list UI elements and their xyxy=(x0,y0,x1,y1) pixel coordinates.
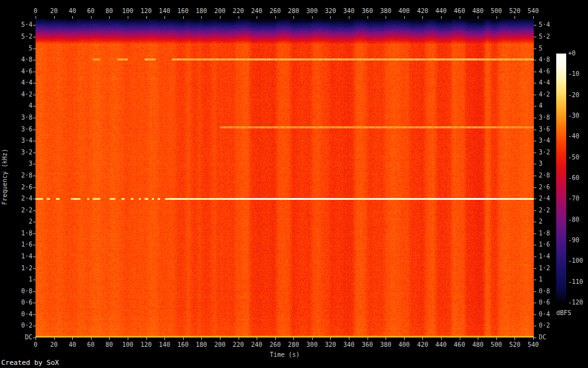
x-tick-bottom xyxy=(386,337,386,340)
colorbar-tick-label: -40 xyxy=(568,133,579,140)
y-tick-right xyxy=(534,25,536,26)
y-tick-label-right: 4·2 xyxy=(539,91,550,98)
y-tick-label-right: 4·8 xyxy=(539,56,550,64)
y-tick-left xyxy=(33,314,36,315)
y-tick-label-left: 4·4 xyxy=(0,79,32,87)
y-tick-left xyxy=(33,130,36,130)
x-tick-top xyxy=(478,16,478,19)
x-tick-top xyxy=(312,16,313,19)
y-tick-label-left: 1·2 xyxy=(0,265,32,272)
y-tick-left xyxy=(33,72,36,72)
x-tick-top xyxy=(330,16,331,19)
y-tick-right xyxy=(534,337,536,338)
y-tick-label-left: 0·4 xyxy=(0,311,32,318)
y-tick-left xyxy=(33,187,36,188)
y-tick-label-left: 1·6 xyxy=(0,241,32,248)
y-tick-right xyxy=(534,222,536,222)
y-tick-label-left: 5 xyxy=(0,45,32,52)
y-tick-left xyxy=(33,245,36,245)
y-tick-label-right: 3·6 xyxy=(539,126,550,133)
credit-text: Created by SoX xyxy=(1,359,59,367)
x-tick-top xyxy=(54,16,55,19)
colorbar-tick-label: -90 xyxy=(568,237,579,244)
x-tick-top xyxy=(257,16,257,19)
y-tick-label-right: 1 xyxy=(539,276,543,283)
x-tick-bottom xyxy=(164,337,165,340)
y-tick-right xyxy=(534,164,536,164)
colorbar-tick-label: -120 xyxy=(568,299,583,306)
y-tick-left xyxy=(33,291,36,292)
colorbar-tick-label: -50 xyxy=(568,154,579,161)
x-tick-bottom xyxy=(201,337,202,340)
x-tick-bottom xyxy=(460,337,460,340)
x-tick-top xyxy=(239,16,239,19)
y-tick-label-left: 2 xyxy=(0,218,32,225)
y-tick-right xyxy=(534,118,536,118)
y-tick-right xyxy=(534,83,536,83)
y-tick-left xyxy=(33,153,36,153)
y-tick-label-right: 2·8 xyxy=(539,172,550,179)
y-tick-label-left: 4 xyxy=(0,102,32,110)
y-tick-right xyxy=(534,245,536,245)
y-tick-left xyxy=(33,176,36,176)
y-tick-label-left: 4·2 xyxy=(0,91,32,98)
y-tick-label-right: 5·2 xyxy=(539,33,550,40)
y-tick-label-right: 4·4 xyxy=(539,79,550,87)
y-tick-left xyxy=(33,257,36,257)
y-tick-label-right: 3·4 xyxy=(539,137,550,144)
x-tick-bottom xyxy=(368,337,368,340)
x-tick-bottom xyxy=(293,337,294,340)
x-tick-bottom xyxy=(514,337,515,340)
x-tick-bottom xyxy=(275,337,276,340)
x-tick-top xyxy=(72,16,73,19)
y-tick-right xyxy=(534,187,536,188)
y-tick-left xyxy=(33,37,36,37)
y-tick-right xyxy=(534,291,536,292)
y-tick-right xyxy=(534,303,536,303)
y-tick-label-left: 1·4 xyxy=(0,253,32,260)
y-tick-label-left: 0·6 xyxy=(0,299,32,306)
colorbar-tick-label: -60 xyxy=(568,174,579,182)
x-tick-bottom xyxy=(349,337,349,340)
x-tick-bottom xyxy=(330,337,331,340)
x-tick-top xyxy=(404,16,405,19)
y-tick-label-left: 3·6 xyxy=(0,126,32,133)
y-tick-left xyxy=(33,141,36,141)
x-tick-top xyxy=(496,16,497,19)
y-tick-left xyxy=(33,199,36,199)
y-axis-title: Frequency (kHz) xyxy=(1,139,9,214)
y-tick-left xyxy=(33,83,36,83)
y-tick-right xyxy=(534,106,536,106)
y-tick-label-left: 1·8 xyxy=(0,230,32,237)
y-tick-label-right: 2 xyxy=(539,218,543,225)
y-tick-left xyxy=(33,210,36,211)
x-tick-top xyxy=(146,16,147,19)
x-tick-top xyxy=(368,16,368,19)
x-tick-bottom xyxy=(220,337,220,340)
spectrogram-heatmap xyxy=(36,19,534,337)
x-tick-top xyxy=(514,16,515,19)
x-tick-top xyxy=(349,16,349,19)
y-tick-right xyxy=(534,153,536,153)
y-tick-label-left: 4·6 xyxy=(0,68,32,75)
x-tick-top xyxy=(36,16,36,19)
colorbar-tick-label: -30 xyxy=(568,112,579,120)
y-tick-label-left: 0·8 xyxy=(0,288,32,295)
y-tick-right xyxy=(534,130,536,130)
colorbar-tick-label: -70 xyxy=(568,195,579,202)
x-tick-top xyxy=(275,16,276,19)
sox-spectrogram-image: 0020204040606080801001001201201401401601… xyxy=(0,0,588,368)
y-tick-left xyxy=(33,164,36,164)
y-tick-left xyxy=(33,60,36,60)
x-tick-top xyxy=(164,16,165,19)
y-tick-label-right: DC xyxy=(539,334,546,341)
y-tick-label-right: 2·2 xyxy=(539,207,550,214)
y-tick-label-left: 5·4 xyxy=(0,21,32,29)
colorbar-tick-label: -20 xyxy=(568,92,579,99)
colorbar-tick-label: -80 xyxy=(568,216,579,224)
x-tick-bottom xyxy=(54,337,55,340)
y-tick-label-right: 0·2 xyxy=(539,322,550,329)
y-tick-left xyxy=(33,49,36,49)
y-tick-right xyxy=(534,176,536,176)
y-tick-left xyxy=(33,326,36,326)
